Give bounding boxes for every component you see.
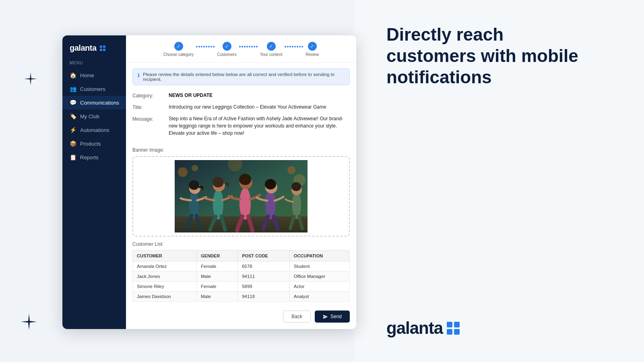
sd xyxy=(203,46,205,47)
customer-table: CUSTOMER GENDER POST CODE OCCUPATION Ama… xyxy=(132,250,350,302)
sidebar-item-automations[interactable]: ⚡ Automations xyxy=(62,123,126,137)
sd xyxy=(297,46,298,47)
svg-point-9 xyxy=(189,180,199,190)
step-customers: ✓ Customers xyxy=(217,42,236,57)
cell-customer: Jack Jones xyxy=(133,272,197,282)
automations-icon: ⚡ xyxy=(70,127,76,133)
category-value: NEWS OR UPDATE xyxy=(169,92,350,99)
form-row-category: Category: NEWS OR UPDATE xyxy=(132,92,350,99)
sidebar-logo: galanta xyxy=(62,43,126,61)
app-container: galanta MENU 🏠 Home 👥 Customers 💬 Commun… xyxy=(62,35,356,329)
sd xyxy=(294,46,296,47)
step-label-1: Choose category xyxy=(163,52,194,57)
step-choose-category: ✓ Choose category xyxy=(163,42,194,57)
sidebar: galanta MENU 🏠 Home 👥 Customers 💬 Commun… xyxy=(62,35,126,329)
step-your-content: ✓ Your content xyxy=(260,42,283,57)
sd xyxy=(287,46,289,47)
sidebar-item-my-club[interactable]: 🏷️ My Club xyxy=(62,109,126,123)
svg-point-2 xyxy=(178,167,188,177)
cell-gender: Male xyxy=(197,292,238,302)
main-content: ✓ Choose category ✓ Customers ✓ Your con… xyxy=(126,35,356,329)
communications-icon: 💬 xyxy=(70,99,76,106)
sd xyxy=(196,46,198,47)
sidebar-logo-dot-1 xyxy=(100,45,102,48)
sidebar-logo-dots xyxy=(100,45,105,51)
title-label: Title: xyxy=(132,103,169,111)
sidebar-item-automations-label: Automations xyxy=(80,127,109,133)
step-dots-1 xyxy=(196,46,215,47)
sd xyxy=(239,46,241,47)
sd xyxy=(289,46,291,47)
sidebar-logo-dot-2 xyxy=(103,45,105,48)
table-row: James Davidson Male 94118 Analyst xyxy=(133,292,350,302)
svg-point-21 xyxy=(291,182,301,191)
products-icon: 📦 xyxy=(70,140,76,147)
cell-gender: Male xyxy=(197,272,238,282)
svg-point-3 xyxy=(192,165,198,171)
wizard-steps: ✓ Choose category ✓ Customers ✓ Your con… xyxy=(126,35,356,63)
reports-icon: 📋 xyxy=(70,154,76,160)
message-value: Step into a New Era of of Active Fashion… xyxy=(169,115,350,137)
sd xyxy=(256,46,258,47)
step-circle-2: ✓ xyxy=(223,42,231,51)
step-circle-4: ✓ xyxy=(308,42,317,51)
sidebar-item-home[interactable]: 🏠 Home xyxy=(62,68,126,82)
step-circle-3: ✓ xyxy=(267,42,276,51)
form-area: Category: NEWS OR UPDATE Title: Introduc… xyxy=(126,89,356,147)
cell-customer: Simone Riley xyxy=(133,282,197,292)
col-header-gender: GENDER xyxy=(197,251,238,261)
sidebar-item-customers[interactable]: 👥 Customers xyxy=(62,82,126,96)
svg-point-15 xyxy=(239,174,251,185)
back-button[interactable]: Back xyxy=(283,311,311,323)
step-dots-3 xyxy=(285,46,303,47)
sd xyxy=(206,46,207,47)
customer-list-label: Customer List: xyxy=(132,241,350,247)
banner-container xyxy=(132,156,350,237)
table-row: Simone Riley Female 5899 Actor xyxy=(133,282,350,292)
sd xyxy=(301,46,303,47)
sidebar-item-products[interactable]: 📦 Products xyxy=(62,137,126,150)
logo-dot-3 xyxy=(447,329,452,335)
sidebar-logo-dot-4 xyxy=(103,49,105,51)
cell-occupation: Actor xyxy=(289,282,349,292)
sidebar-item-communications-label: Communications xyxy=(80,100,119,106)
send-button-label: Send xyxy=(330,314,342,319)
send-button[interactable]: Send xyxy=(315,311,350,323)
cell-occupation: Student xyxy=(289,261,349,272)
sd xyxy=(285,46,286,47)
sd xyxy=(198,46,200,47)
sidebar-item-reports[interactable]: 📋 Reports xyxy=(62,150,126,164)
cell-gender: Female xyxy=(197,282,238,292)
table-row: Jack Jones Male 94111 Office Manager xyxy=(133,272,350,282)
step-review: ✓ Review xyxy=(305,42,319,57)
logo-dot-4 xyxy=(454,329,460,335)
cell-postcode: 6578 xyxy=(238,261,290,272)
svg-point-7 xyxy=(189,190,199,218)
step-label-2: Customers xyxy=(217,52,236,57)
col-header-postcode: POST CODE xyxy=(238,251,290,261)
sidebar-logo-dot-3 xyxy=(100,49,102,51)
galanta-logo-large-icon xyxy=(447,322,460,335)
cell-postcode: 5899 xyxy=(238,282,290,292)
step-circle-1: ✓ xyxy=(174,42,183,51)
title-value: Introducing our new Leggings Collection … xyxy=(169,103,350,111)
sparkle-icon-topleft xyxy=(24,72,37,85)
sidebar-item-communications[interactable]: 💬 Communications xyxy=(62,96,126,109)
svg-point-18 xyxy=(265,179,276,189)
sidebar-item-products-label: Products xyxy=(80,141,101,147)
sd xyxy=(201,46,202,47)
sidebar-item-home-label: Home xyxy=(80,72,94,78)
sd xyxy=(251,46,253,47)
col-header-occupation: OCCUPATION xyxy=(289,251,349,261)
banner-section: Banner Image: xyxy=(126,147,356,241)
logo-dot-2 xyxy=(454,322,460,327)
home-icon: 🏠 xyxy=(70,72,76,78)
sd xyxy=(246,46,248,47)
sidebar-menu-label: MENU xyxy=(62,61,126,68)
button-row: Back Send xyxy=(126,306,356,329)
sparkle-icon-bottomleft xyxy=(21,314,37,330)
category-label: Category: xyxy=(132,92,169,99)
sidebar-logo-text: galanta xyxy=(70,43,97,53)
form-row-title: Title: Introducing our new Leggings Coll… xyxy=(132,103,350,111)
sd xyxy=(211,46,212,47)
